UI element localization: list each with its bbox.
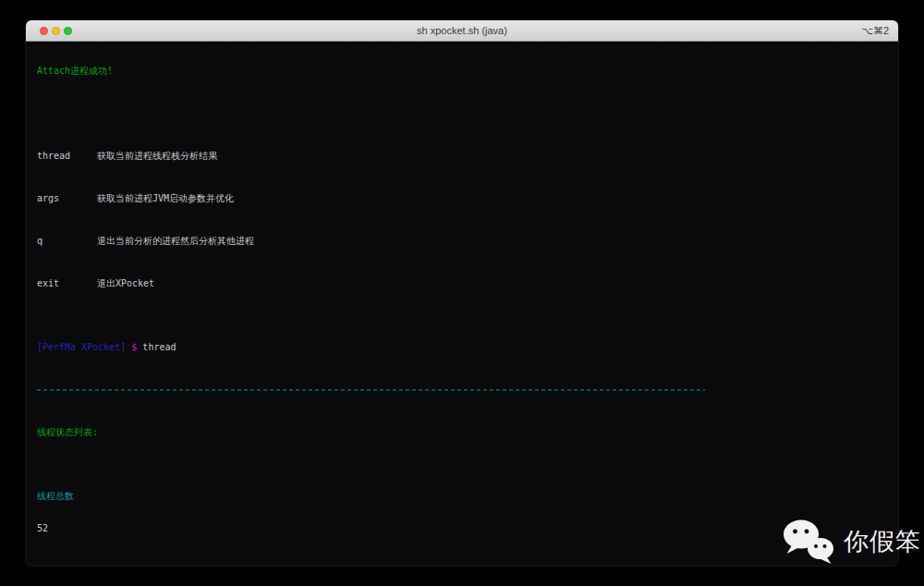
command-help-row: thread获取当前进程线程栈分析结果 bbox=[37, 151, 887, 162]
window-titlebar[interactable]: sh xpocket.sh (java) ⌥⌘2 bbox=[26, 20, 898, 42]
command-help-row: args获取当前进程JVM启动参数并优化 bbox=[37, 193, 887, 204]
wechat-icon bbox=[781, 518, 836, 566]
watermark: 你假笨 bbox=[781, 518, 921, 566]
prompt-dollar: $ bbox=[131, 342, 137, 352]
terminal-window: sh xpocket.sh (java) ⌥⌘2 Attach进程成功! thr… bbox=[26, 20, 898, 566]
window-shortcut-badge: ⌥⌘2 bbox=[861, 20, 889, 41]
attach-success-message: Attach进程成功! bbox=[37, 66, 887, 77]
prompt-label: [PerfMa XPocket] bbox=[37, 342, 126, 352]
separator-line bbox=[37, 385, 887, 396]
section-title-thread-status: 线程状态列表: bbox=[37, 427, 887, 438]
command-help-list: thread获取当前进程线程栈分析结果 args获取当前进程JVM启动参数并优化… bbox=[37, 108, 887, 311]
prompt-line: [PerfMa XPocket]$thread bbox=[37, 342, 887, 353]
prompt-command: thread bbox=[142, 342, 176, 352]
command-help-row: q退出当前分析的进程然后分析其他进程 bbox=[37, 236, 887, 247]
command-help-row: exit退出XPocket bbox=[37, 278, 887, 289]
thread-total-label: 线程总数 bbox=[37, 491, 887, 502]
terminal-output[interactable]: Attach进程成功! thread获取当前进程线程栈分析结果 args获取当前… bbox=[26, 42, 898, 566]
watermark-text: 你假笨 bbox=[844, 525, 921, 558]
window-title: sh xpocket.sh (java) bbox=[26, 20, 898, 41]
thread-total-value: 52 bbox=[37, 523, 887, 534]
